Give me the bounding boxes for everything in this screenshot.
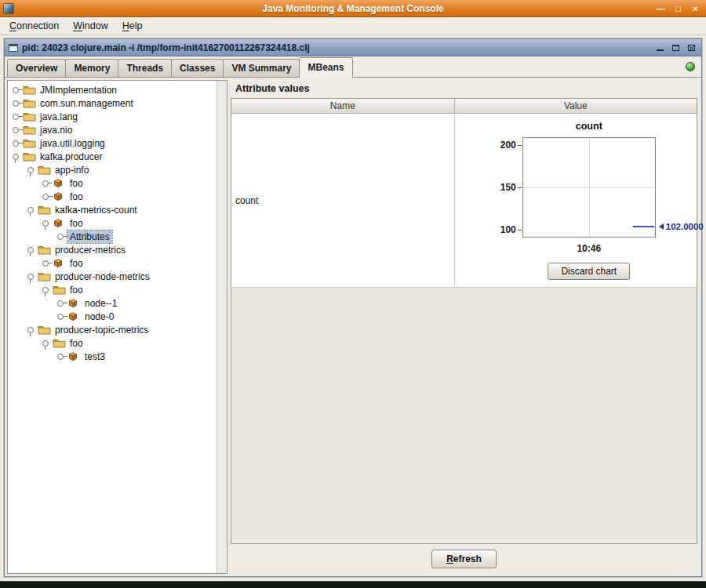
chart-plot-area: 102.0000: [522, 137, 656, 238]
collapse-handle-icon[interactable]: [26, 270, 38, 282]
table-row: count count 200 150 100: [231, 114, 697, 288]
value-arrow-icon: [659, 223, 664, 230]
y-tick-label: 100: [500, 224, 516, 235]
folder-icon: [53, 285, 67, 296]
tree-node-node-1[interactable]: node--1: [9, 296, 217, 310]
expand-handle-icon[interactable]: [41, 191, 53, 202]
frame-minimize-button[interactable]: [653, 42, 666, 53]
collapse-handle-icon[interactable]: [11, 151, 23, 162]
expand-handle-icon[interactable]: [56, 310, 67, 322]
connection-status-icon: [686, 62, 695, 71]
expand-handle-icon[interactable]: [56, 230, 67, 242]
tree-node-kafka-producer[interactable]: kafka.producer: [9, 150, 217, 163]
menu-bar: ConnectionWindowHelp: [0, 17, 706, 35]
tree-node-foo[interactable]: foo: [9, 216, 217, 230]
window-close-button[interactable]: ×: [688, 2, 703, 15]
tree-node-label: Attributes: [67, 230, 112, 243]
attributes-panel: Attribute values Name Value count count: [231, 80, 699, 574]
connection-frame: pid: 24023 clojure.main -i /tmp/form-ini…: [4, 38, 702, 577]
tab-classes[interactable]: Classes: [171, 59, 224, 77]
expand-handle-icon[interactable]: [56, 297, 67, 309]
tree-node-label: foo: [67, 284, 86, 296]
attributes-table-header: Name Value: [231, 99, 697, 114]
y-tick-label: 150: [500, 182, 516, 193]
tree-node-foo[interactable]: foo: [9, 283, 217, 296]
tab-threads[interactable]: Threads: [118, 59, 172, 77]
expand-handle-icon[interactable]: [41, 257, 53, 269]
tree-node-kafka-metrics-count[interactable]: kafka-metrics-count: [9, 203, 217, 216]
tree-node-foo[interactable]: foo: [9, 256, 217, 270]
chart-series-line: [633, 226, 654, 227]
menu-connection[interactable]: Connection: [2, 17, 66, 34]
mbean-tree-panel: JMImplementationcom.sun.managementjava.l…: [7, 80, 227, 574]
gridline-horizontal: [523, 187, 655, 188]
expand-handle-icon[interactable]: [11, 84, 23, 96]
tree-node-jmimplementation[interactable]: JMImplementation: [9, 83, 217, 96]
folder-icon: [38, 165, 53, 176]
attribute-chart[interactable]: count 200 150 100: [496, 121, 656, 280]
tree-vertical-scrollbar[interactable]: [217, 81, 227, 573]
tree-node-producer-metrics[interactable]: producer-metrics: [9, 243, 217, 256]
folder-icon: [23, 85, 38, 96]
refresh-button[interactable]: Refresh: [431, 550, 497, 568]
bean-icon: [67, 298, 82, 309]
collapse-handle-icon[interactable]: [26, 204, 38, 216]
collapse-handle-icon[interactable]: [41, 284, 53, 296]
menu-help[interactable]: Help: [115, 17, 150, 34]
window-controls: — □ ×: [653, 2, 703, 15]
folder-icon: [23, 138, 38, 149]
tree-node-producer-node-metrics[interactable]: producer-node-metrics: [9, 270, 217, 283]
tree-node-java-lang[interactable]: java.lang: [9, 110, 217, 123]
tab-memory[interactable]: Memory: [65, 59, 118, 77]
tree-node-com-sun-management[interactable]: com.sun.management: [9, 96, 217, 110]
tree-node-label: JMImplementation: [38, 84, 119, 96]
expand-handle-icon[interactable]: [41, 177, 53, 189]
desktop-pane: pid: 24023 clojure.main -i /tmp/form-ini…: [0, 35, 706, 581]
window-titlebar[interactable]: Java Monitoring & Management Console — □…: [0, 0, 706, 17]
chart-main: 200 150 100: [496, 137, 656, 238]
tree-node-label: foo: [67, 257, 86, 270]
tree-node-foo[interactable]: foo: [9, 336, 217, 350]
collapse-handle-icon[interactable]: [26, 164, 38, 176]
tree-node-producer-topic-metrics[interactable]: producer-topic-metrics: [9, 323, 217, 336]
tree-node-test3[interactable]: test3: [9, 350, 217, 363]
tab-mbeans[interactable]: MBeans: [299, 57, 352, 78]
tree-node-label: producer-node-metrics: [53, 270, 152, 283]
collapse-handle-icon[interactable]: [26, 244, 38, 256]
tab-overview[interactable]: Overview: [7, 59, 66, 77]
collapse-handle-icon[interactable]: [41, 217, 53, 229]
tree-node-foo[interactable]: foo: [9, 176, 217, 190]
expand-handle-icon[interactable]: [11, 111, 23, 122]
tree-node-java-util-logging[interactable]: java.util.logging: [9, 136, 217, 150]
tree-node-label: java.util.logging: [38, 137, 107, 150]
expand-handle-icon[interactable]: [56, 350, 67, 362]
frame-titlebar[interactable]: pid: 24023 clojure.main -i /tmp/form-ini…: [5, 39, 701, 56]
folder-icon: [23, 98, 38, 109]
window-maximize-button[interactable]: □: [671, 2, 686, 15]
discard-chart-button[interactable]: Discard chart: [548, 263, 630, 280]
tree-node-label: kafka-metrics-count: [53, 204, 140, 216]
column-header-value[interactable]: Value: [455, 99, 697, 114]
frame-close-button[interactable]: [685, 42, 697, 53]
menu-window[interactable]: Window: [66, 17, 115, 34]
tree-node-label: foo: [67, 177, 86, 190]
tree-node-foo[interactable]: foo: [9, 190, 217, 203]
tab-vm-summary[interactable]: VM Summary: [223, 59, 300, 77]
tree-node-node-0[interactable]: node-0: [9, 310, 217, 323]
table-empty-area: [231, 288, 697, 543]
window-minimize-button[interactable]: —: [653, 2, 668, 15]
attribute-name-cell[interactable]: count: [231, 114, 455, 287]
tree-node-label: java.nio: [38, 124, 75, 136]
expand-handle-icon[interactable]: [11, 97, 23, 109]
tree-node-attributes[interactable]: Attributes: [9, 230, 217, 243]
expand-handle-icon[interactable]: [11, 137, 23, 149]
tree-node-java-nio[interactable]: java.nio: [9, 123, 217, 136]
collapse-handle-icon[interactable]: [41, 337, 53, 349]
expand-handle-icon[interactable]: [11, 124, 23, 136]
mbean-tree: JMImplementationcom.sun.managementjava.l…: [8, 81, 217, 573]
tree-node-app-info[interactable]: app-info: [9, 163, 217, 176]
tree-node-label: foo: [67, 337, 86, 350]
frame-maximize-button[interactable]: [669, 42, 682, 53]
collapse-handle-icon[interactable]: [26, 324, 38, 336]
column-header-name[interactable]: Name: [231, 99, 455, 114]
